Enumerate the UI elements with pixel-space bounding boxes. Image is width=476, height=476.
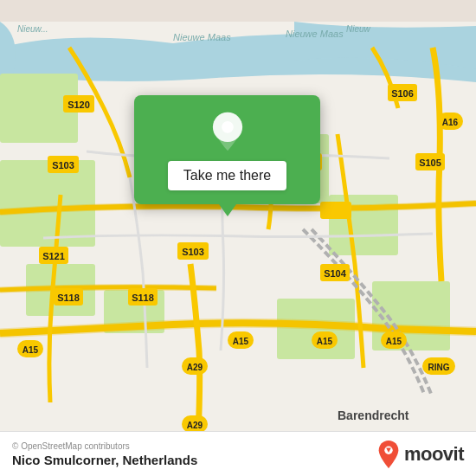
popup-card: Take me there	[134, 95, 320, 204]
svg-text:S118: S118	[57, 293, 80, 303]
bottom-info: © OpenStreetMap contributors Nico Smulco…	[12, 441, 197, 467]
svg-text:Barendrecht: Barendrecht	[338, 408, 409, 422]
moovit-pin-icon	[376, 440, 401, 469]
svg-text:S104: S104	[324, 268, 347, 279]
pin-icon	[207, 111, 248, 152]
svg-text:S120: S120	[68, 100, 90, 110]
svg-text:S103: S103	[52, 160, 74, 170]
svg-text:A29: A29	[187, 363, 203, 372]
svg-text:Nieuwe Maas: Nieuwe Maas	[173, 32, 231, 42]
svg-text:S121: S121	[42, 251, 65, 261]
svg-text:S118: S118	[132, 293, 154, 303]
svg-text:S103: S103	[182, 247, 204, 257]
svg-text:S105: S105	[419, 158, 441, 168]
svg-text:A15: A15	[386, 337, 402, 346]
svg-text:Nieuwe Maas: Nieuwe Maas	[286, 29, 344, 39]
svg-text:A15: A15	[23, 345, 39, 355]
moovit-brand-text: moovit	[404, 443, 464, 466]
svg-text:A15: A15	[317, 337, 333, 346]
svg-text:A16: A16	[442, 118, 459, 127]
bottom-bar: © OpenStreetMap contributors Nico Smulco…	[0, 431, 476, 476]
svg-text:RING: RING	[428, 363, 450, 372]
map-background: S120 S103 S103 S121 S118 S118 S104 S126 …	[0, 0, 476, 476]
take-me-there-button[interactable]: Take me there	[168, 161, 286, 190]
svg-text:S106: S106	[391, 88, 414, 99]
svg-rect-15	[320, 202, 351, 219]
moovit-logo: moovit	[376, 440, 464, 469]
svg-text:Nieuw...: Nieuw...	[17, 24, 48, 34]
svg-rect-2	[0, 160, 95, 247]
svg-text:Nieuw: Nieuw	[346, 24, 371, 34]
osm-credit: © OpenStreetMap contributors	[12, 441, 197, 451]
map-container: S120 S103 S103 S121 S118 S118 S104 S126 …	[0, 0, 476, 476]
svg-text:A15: A15	[233, 337, 249, 346]
svg-text:A29: A29	[187, 421, 203, 430]
svg-point-52	[222, 121, 234, 133]
location-name: Nico Smulcorner, Netherlands	[12, 453, 197, 467]
